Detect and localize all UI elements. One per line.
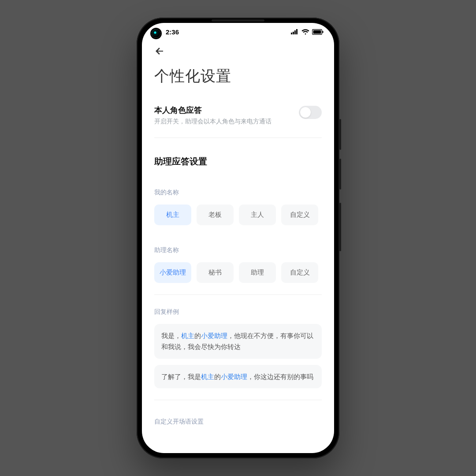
example-text: 的 xyxy=(214,373,221,380)
volume-down-button[interactable] xyxy=(339,159,341,190)
svg-rect-6 xyxy=(323,31,324,33)
self-role-answer-subtitle: 开启开关，助理会以本人角色与来电方通话 xyxy=(154,117,292,126)
my-name-option-custom[interactable]: 自定义 xyxy=(281,205,318,225)
divider xyxy=(154,138,322,138)
svg-rect-2 xyxy=(294,30,296,34)
screen: 2:36 个性化设置 本人角色应答 开启开关，助理会以本人角色与来电方通话 xyxy=(142,23,334,453)
divider xyxy=(154,294,322,295)
assistant-name-option-custom[interactable]: 自定义 xyxy=(281,262,318,283)
status-time: 2:36 xyxy=(166,28,179,36)
svg-rect-0 xyxy=(291,33,292,34)
example-text: 了解了，我是 xyxy=(161,373,201,380)
example-highlight-owner: 机主 xyxy=(201,373,214,380)
my-name-option-owner[interactable]: 机主 xyxy=(154,205,191,225)
signal-icon xyxy=(291,29,299,34)
assistant-name-option-assistant[interactable]: 助理 xyxy=(239,262,276,283)
wifi-icon xyxy=(301,29,309,35)
assistant-name-option-xiaoai[interactable]: 小爱助理 xyxy=(154,262,191,283)
example-highlight-assistant: 小爱助理 xyxy=(221,373,247,380)
phone-frame: 2:36 个性化设置 本人角色应答 开启开关，助理会以本人角色与来电方通话 xyxy=(137,18,339,458)
example-text: 我是， xyxy=(161,332,181,339)
assistant-name-chips: 小爱助理 秘书 助理 自定义 xyxy=(154,262,322,283)
my-name-label: 我的名称 xyxy=(154,189,322,197)
custom-opening-link[interactable]: 自定义开场语设置 xyxy=(154,418,322,426)
arrow-left-icon xyxy=(154,46,165,56)
example-text: 的 xyxy=(194,332,201,339)
self-role-answer-title: 本人角色应答 xyxy=(154,105,292,115)
svg-rect-5 xyxy=(313,30,321,33)
my-name-option-master[interactable]: 主人 xyxy=(239,205,276,225)
example-highlight-owner: 机主 xyxy=(181,332,194,339)
assistant-name-label: 助理名称 xyxy=(154,246,322,254)
reply-example-label: 回复样例 xyxy=(154,308,322,316)
status-bar: 2:36 xyxy=(142,23,334,41)
svg-rect-3 xyxy=(296,29,298,34)
reply-example-list: 我是，机主的小爱助理，他现在不方便，有事你可以和我说，我会尽快为你转达 了解了，… xyxy=(154,324,322,389)
assistant-answer-section-title: 助理应答设置 xyxy=(154,156,322,167)
battery-icon xyxy=(312,29,324,35)
example-highlight-assistant: 小爱助理 xyxy=(201,332,227,339)
my-name-option-boss[interactable]: 老板 xyxy=(197,205,234,225)
content: 个性化设置 本人角色应答 开启开关，助理会以本人角色与来电方通话 助理应答设置 … xyxy=(142,41,334,453)
self-role-answer-toggle[interactable] xyxy=(299,106,322,119)
my-name-chips: 机主 老板 主人 自定义 xyxy=(154,205,322,225)
volume-up-button[interactable] xyxy=(339,119,341,150)
divider xyxy=(154,400,322,400)
power-button[interactable] xyxy=(339,203,341,251)
back-button[interactable] xyxy=(154,41,172,62)
svg-rect-1 xyxy=(293,32,294,34)
reply-example-item: 我是，机主的小爱助理，他现在不方便，有事你可以和我说，我会尽快为你转达 xyxy=(154,324,322,359)
self-role-answer-row: 本人角色应答 开启开关，助理会以本人角色与来电方通话 xyxy=(154,105,322,126)
example-text: ，你这边还有别的事吗 xyxy=(247,373,313,380)
page-title: 个性化设置 xyxy=(154,66,322,86)
camera-punch-hole xyxy=(152,29,160,38)
assistant-name-option-secretary[interactable]: 秘书 xyxy=(197,262,234,283)
reply-example-item: 了解了，我是机主的小爱助理，你这边还有别的事吗 xyxy=(154,365,322,389)
